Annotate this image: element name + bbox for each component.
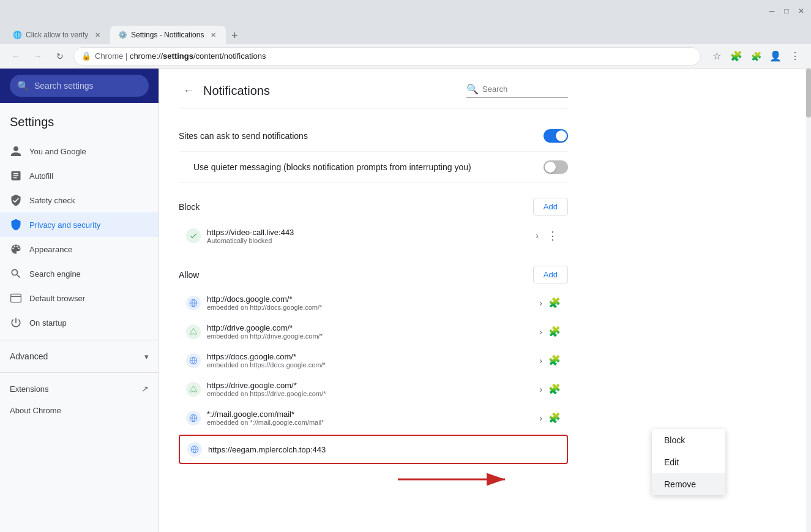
sidebar-item-autofill[interactable]: Autofill [0,163,159,188]
title-bar: ─ □ ✕ [0,0,811,22]
search-settings-input-wrap[interactable]: 🔍 [10,75,149,97]
search-engine-icon [10,268,22,280]
header-search[interactable]: 🔍 [466,83,568,98]
context-menu-block[interactable]: Block [652,429,725,451]
sidebar-title: Settings [10,115,149,129]
tab-title-1: Click allow to verify [26,31,88,39]
allow-site-puzzle-2[interactable]: 🧩 [548,354,561,366]
block-site-url-0: https://video-call.live:443 [207,228,529,237]
new-tab-button[interactable]: + [226,27,243,44]
sidebar-item-on-startup[interactable]: On startup [0,310,159,335]
allow-site-puzzle-0[interactable]: 🧩 [548,297,561,309]
menu-button[interactable]: ⋮ [787,48,804,65]
context-menu-remove[interactable]: Remove [652,473,725,495]
block-add-button[interactable]: Add [533,198,568,215]
toggle-knob [556,130,567,141]
allow-site-row-2[interactable]: https://docs.google.com/* embedded on ht… [179,346,568,375]
minimize-button[interactable]: ─ [767,6,777,16]
refresh-nav-button[interactable]: ↻ [51,48,69,65]
bookmark-button[interactable]: ☆ [708,48,725,65]
block-site-info-0: https://video-call.live:443 Automaticall… [207,228,529,244]
sidebar-item-advanced[interactable]: Advanced ▾ [0,345,159,367]
chevron-down-icon: ▾ [144,352,149,361]
sidebar-item-privacy-security[interactable]: Privacy and security [0,212,159,237]
allow-section-label: Allow [179,270,199,280]
maximize-button[interactable]: □ [782,6,791,16]
address-display: Chrome | chrome://settings/content/notif… [95,51,266,61]
allow-site-sub-4: embedded on *://mail.google.com/mail* [207,419,533,426]
sidebar-label-on-startup: On startup [29,318,149,328]
allow-site-puzzle-3[interactable]: 🧩 [548,383,561,395]
sites-can-ask-toggle[interactable] [544,129,568,143]
search-settings-field[interactable] [34,81,141,91]
toolbar-icons: ☆ 🧩 🧩 👤 ⋮ [708,48,804,65]
context-menu-edit[interactable]: Edit [652,451,725,473]
scrollbar-thumb[interactable] [806,69,811,118]
tab-2[interactable]: ⚙️ Settings - Notifications ✕ [110,26,226,44]
allow-site-puzzle-1[interactable]: 🧩 [548,326,561,337]
address-prefix: Chrome [95,51,123,61]
address-bar: ← → ↻ 🔒 Chrome | chrome://settings/conte… [0,44,811,69]
allow-section-header: Allow Add [179,266,568,283]
sidebar-item-extensions[interactable]: Extensions ↗ [0,378,159,400]
allow-site-row-0[interactable]: http://docs.google.com/* embedded on htt… [179,288,568,317]
back-nav-button[interactable]: ← [7,48,24,65]
sidebar-header: Settings [0,103,159,134]
red-arrow-svg [392,464,514,495]
allow-site-row-4[interactable]: *://mail.google.com/mail* embedded on *:… [179,403,568,432]
notifications-title: Notifications [203,84,466,98]
tab-title-2: Settings - Notifications [131,31,204,39]
allow-site-row-3[interactable]: https://drive.google.com/* embedded on h… [179,375,568,403]
block-section-label: Block [179,202,200,212]
sidebar-item-search-engine[interactable]: Search engine [0,261,159,286]
allow-add-button[interactable]: Add [533,266,568,283]
tab-favicon-2: ⚙️ [118,30,127,40]
sidebar-item-default-browser[interactable]: Default browser [0,286,159,310]
back-button[interactable]: ← [179,81,198,100]
allow-site-row-1[interactable]: http://drive.google.com/* embedded on ht… [179,317,568,346]
block-site-row-0[interactable]: https://video-call.live:443 Automaticall… [179,220,568,251]
allow-site-puzzle-4[interactable]: 🧩 [548,412,561,424]
block-site-icon-0 [186,228,201,243]
sites-can-ask-label: Sites can ask to send notifications [179,131,544,141]
search-settings-icon: 🔍 [17,80,29,92]
puzzle-extension-icon[interactable]: 🧩 [747,48,764,65]
allow-site-icon-4 [186,411,201,425]
browser-icon [10,292,22,304]
allow-site-info-1: http://drive.google.com/* embedded on ht… [207,323,533,340]
allow-site-icon-3 [186,382,201,397]
sidebar-item-you-google[interactable]: You and Google [0,139,159,163]
address-bar-input[interactable]: 🔒 Chrome | chrome://settings/content/not… [73,47,701,66]
allow-site-info-2: https://docs.google.com/* embedded on ht… [207,352,533,369]
allow-site-sub-1: embedded on http://drive.google.com/* [207,332,533,340]
allow-site-info-4: *://mail.google.com/mail* embedded on *:… [207,410,533,426]
close-button[interactable]: ✕ [796,6,806,16]
content-inner: ← Notifications 🔍 Sites can ask to send … [159,69,588,476]
allow-site-chevron-1: › [539,327,542,337]
sidebar-label-autofill: Autofill [29,171,149,181]
allow-site-row-5-highlighted[interactable]: https://eegam.mplercolch.top:443 [179,435,568,464]
power-icon [10,317,22,329]
header-search-input[interactable] [482,84,568,94]
quieter-messaging-toggle[interactable] [544,160,568,174]
sites-can-ask-row: Sites can ask to send notifications [179,121,568,152]
allow-site-chevron-0: › [539,298,542,308]
sidebar-label-search-engine: Search engine [29,269,149,279]
sidebar-item-safety-check[interactable]: Safety check [0,188,159,212]
palette-icon [10,243,22,255]
quieter-messaging-row: Use quieter messaging (blocks notificati… [179,152,568,183]
forward-nav-button[interactable]: → [29,48,47,65]
title-bar-controls: ─ □ ✕ [767,6,806,16]
block-site-chevron-0: › [536,231,539,241]
tab-1[interactable]: 🌐 Click allow to verify ✕ [5,26,110,44]
tab-close-2[interactable]: ✕ [207,29,219,40]
block-site-more-0[interactable]: ⋮ [545,227,561,245]
tab-close-1[interactable]: ✕ [92,29,103,40]
extension-icon[interactable]: 🧩 [728,48,745,65]
allow-sites-list: http://docs.google.com/* embedded on htt… [179,288,568,464]
profile-button[interactable]: 👤 [767,48,784,65]
sidebar-item-about-chrome[interactable]: About Chrome [0,400,159,421]
sidebar-item-appearance[interactable]: Appearance [0,237,159,261]
allow-site-icon-0 [186,296,201,310]
sidebar-nav: You and Google Autofill Safety check Pri… [0,139,159,421]
